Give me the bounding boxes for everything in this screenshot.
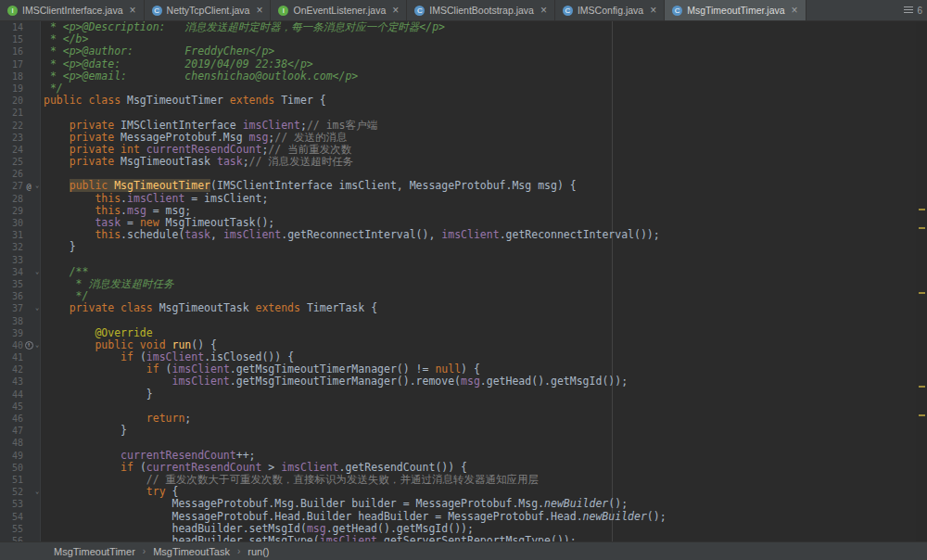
code-text[interactable]: }	[41, 388, 153, 401]
code-editor[interactable]: 14 * <p>@Description: 消息发送超时定时器，每一条消息对应一…	[0, 21, 927, 541]
code-token: // 发送的消息	[274, 131, 347, 144]
breadcrumb-item[interactable]: MsgTimeoutTimer	[54, 546, 135, 557]
code-token: /**	[44, 265, 88, 278]
close-icon[interactable]: ×	[130, 5, 136, 16]
code-line[interactable]: 44 }	[0, 388, 927, 401]
editor-tab[interactable]: CIMSConfig.java×	[555, 0, 665, 20]
code-line[interactable]: 14 * <p>@Description: 消息发送超时定时器，每一条消息对应一…	[0, 21, 927, 33]
close-icon[interactable]: ×	[540, 5, 547, 16]
editor-tab[interactable]: IOnEventListener.java×	[271, 0, 407, 20]
gutter: 44	[0, 388, 41, 401]
line-number: 37	[0, 302, 23, 314]
line-number: 49	[0, 450, 23, 462]
gutter: 24	[0, 144, 41, 156]
breadcrumb-item[interactable]: run()	[248, 546, 269, 557]
code-token	[44, 119, 70, 132]
code-token	[44, 473, 146, 486]
code-line[interactable]: 37⌄ private class MsgTimeoutTask extends…	[0, 302, 927, 314]
code-token: .getMsgTimeoutTimerManager() !=	[230, 363, 436, 375]
code-text[interactable]: private MsgTimeoutTask task;// 消息发送超时任务	[41, 156, 353, 168]
code-line[interactable]: 32 }	[0, 241, 927, 253]
scrollbar[interactable]	[916, 21, 927, 541]
gutter-annotation-icon[interactable]: @	[23, 181, 34, 192]
code-text[interactable]: headBuilder.setMsgType(imsClient.getServ…	[41, 535, 577, 541]
code-line[interactable]: 20public class MsgTimeoutTimer extends T…	[0, 95, 927, 107]
code-text[interactable]: * <p>@Description: 消息发送超时定时器，每一条消息对应一个定时…	[41, 21, 445, 33]
code-token: MessageProtobuf.Msg	[121, 131, 248, 144]
code-token: currentResendCount	[121, 449, 236, 462]
class-icon: C	[152, 6, 162, 16]
code-text[interactable]: this.schedule(task, imsClient.getReconne…	[41, 229, 660, 241]
gutter: 34⌄	[0, 266, 41, 278]
code-line[interactable]: 35 * 消息发送超时任务	[0, 278, 927, 290]
code-token: = imsClient;	[184, 192, 268, 205]
code-line[interactable]: 31 this.schedule(task, imsClient.getReco…	[0, 229, 927, 241]
gutter: 41	[0, 351, 41, 363]
close-icon[interactable]: ×	[792, 5, 798, 16]
code-token: null	[435, 363, 461, 375]
fold-chevron-icon[interactable]: ⌄	[34, 339, 40, 351]
code-text[interactable]: private class MsgTimeoutTask extends Tim…	[41, 302, 377, 314]
gutter: 46	[0, 413, 41, 425]
close-icon[interactable]: ×	[256, 5, 262, 16]
code-line[interactable]: 33	[0, 254, 927, 266]
warning-stripe-mark[interactable]	[919, 386, 925, 388]
code-token: .isClosed()) {	[204, 350, 294, 363]
breadcrumb-item[interactable]: MsgTimeoutTask	[153, 546, 230, 557]
code-text[interactable]: }	[41, 241, 76, 253]
up-arrow-icon: ↑	[25, 341, 33, 350]
code-token: imsClient	[223, 228, 281, 241]
close-icon[interactable]: ×	[650, 5, 656, 16]
code-token: // 重发次数大于可重发次数，直接标识为发送失败，并通过消息转发器通知应用层	[146, 473, 539, 486]
warning-stripe-mark[interactable]	[919, 227, 925, 229]
tab-list-icon	[904, 6, 913, 15]
code-text[interactable]: * <p>@email: chenshichao@outlook.com</p>	[41, 70, 358, 83]
code-token	[44, 192, 95, 205]
fold-chevron-icon[interactable]: ⌄	[34, 486, 40, 498]
line-number: 21	[0, 107, 23, 119]
code-text[interactable]: public class MsgTimeoutTimer extends Tim…	[41, 95, 326, 107]
close-icon[interactable]: ×	[392, 5, 399, 16]
code-line[interactable]: 46 return;	[0, 413, 927, 425]
line-number: 22	[0, 120, 23, 132]
code-token: private class	[70, 301, 159, 314]
editor-tab[interactable]: CIMSClientBootstrap.java×	[407, 0, 555, 20]
line-number: 41	[0, 351, 23, 363]
overriding-method-icon[interactable]: ↑	[23, 339, 34, 350]
code-token: MessageProtobuf.Head.Builder headBuilder…	[44, 510, 583, 523]
code-line[interactable]: 56 headBuilder.setMsgType(imsClient.getS…	[0, 535, 927, 541]
code-token	[44, 155, 70, 168]
line-number: 56	[0, 535, 23, 541]
code-line[interactable]: 25 private MsgTimeoutTask task;// 消息发送超时…	[0, 156, 927, 168]
code-line[interactable]: 47 }	[0, 425, 927, 437]
editor-tab[interactable]: CMsgTimeoutTimer.java×	[665, 0, 806, 20]
editor-tab[interactable]: CNettyTcpClient.java×	[145, 0, 272, 20]
code-token: .schedule(	[121, 228, 184, 241]
code-token: ;	[300, 119, 307, 132]
breadcrumb-separator: ›	[143, 546, 146, 556]
breadcrumb: MsgTimeoutTimer›MsgTimeoutTask›run()	[0, 541, 927, 560]
fold-chevron-icon[interactable]: ⌄	[34, 180, 40, 192]
code-token: .getHead().getMsgId());	[326, 522, 474, 535]
code-token: .getReconnectInterval(),	[281, 228, 441, 241]
code-token: ++;	[236, 449, 256, 462]
code-line[interactable]: 18 * <p>@email: chenshichao@outlook.com<…	[0, 70, 927, 83]
code-token: task	[217, 155, 243, 168]
class-icon: C	[414, 6, 425, 16]
code-token: headBuilder.setMsgId(	[44, 522, 307, 535]
fold-chevron-icon[interactable]: ⌄	[34, 266, 40, 278]
editor-tab[interactable]: IIMSClientInterface.java×	[0, 0, 145, 20]
code-text[interactable]: }	[41, 425, 127, 437]
fold-chevron-icon[interactable]: ⌄	[34, 302, 40, 314]
warning-stripe-mark[interactable]	[919, 209, 925, 210]
code-token: = msg;	[146, 204, 191, 217]
gutter: 20	[0, 95, 41, 107]
warning-stripe-mark[interactable]	[919, 414, 925, 416]
code-token: headBuilder.setMsgType(	[44, 534, 320, 541]
gutter: 30	[0, 217, 41, 229]
code-token: imsClient	[320, 534, 377, 541]
line-number: 53	[0, 498, 23, 510]
gutter: 40↑⌄	[0, 339, 41, 351]
warning-stripe-mark[interactable]	[919, 292, 925, 294]
hidden-tabs-indicator[interactable]: 6	[904, 0, 922, 20]
